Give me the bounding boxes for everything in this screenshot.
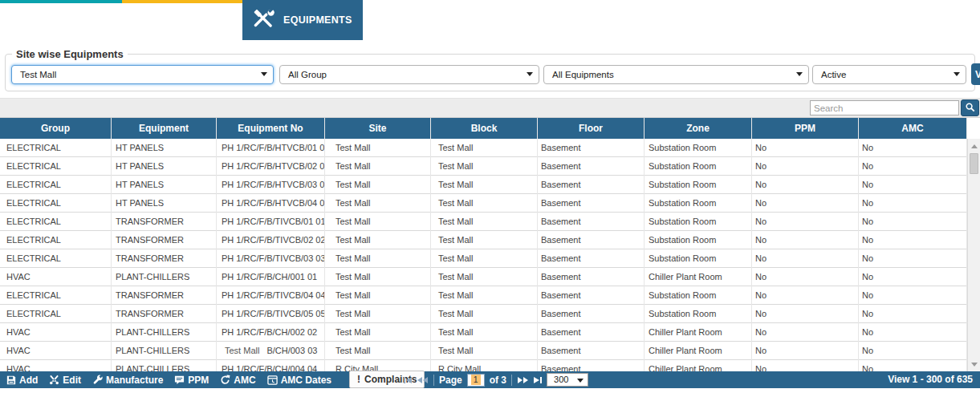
cell-ppm: No	[752, 249, 859, 268]
scrollbar-thumb[interactable]	[970, 153, 978, 174]
cell-ppm: No	[752, 213, 859, 231]
cell-equipment: PLANT-CHILLERS	[112, 360, 217, 371]
site-select[interactable]: Test Mall	[11, 65, 274, 84]
cell-ppm: No	[752, 231, 859, 249]
cell-zone: Chiller Plant Room	[645, 360, 752, 371]
cell-zone: Substation Room	[645, 305, 752, 323]
page-count-label: of 3	[490, 375, 506, 386]
first-page-button[interactable]	[404, 376, 413, 384]
cell-site: Test Mall	[325, 176, 431, 194]
cell-group: ELECTRICAL	[0, 194, 112, 213]
cell-amc: No	[859, 323, 967, 342]
toolbar-edit-button[interactable]: Edit	[49, 375, 81, 386]
cell-tooltip: Test Mall	[222, 342, 266, 359]
cell-floor: Basement	[538, 231, 645, 249]
table-row[interactable]: ELECTRICALHT PANELSPH 1/RC/F/B/HTVCB/04 …	[0, 194, 967, 213]
cell-site: Test Mall	[325, 213, 431, 231]
next-page-button[interactable]	[517, 376, 528, 384]
page-size-select[interactable]: 300	[547, 373, 588, 387]
table-row[interactable]: HVACPLANT-CHILLERSPH 1/RC/F/B/CH/001 01T…	[0, 268, 967, 286]
prev-page-button[interactable]	[417, 376, 429, 384]
accent-bar-teal	[0, 0, 122, 3]
table-row[interactable]: ELECTRICALHT PANELSPH 1/RC/F/B/HTVCB/02 …	[0, 157, 967, 176]
cell-ppm: No	[752, 360, 859, 371]
column-header-ppm[interactable]: PPM	[752, 118, 859, 139]
exclamation-icon: !	[357, 374, 360, 385]
cell-equipment_no: PH 1/RC/F/B/HTVCB/02 0	[217, 157, 325, 176]
equipments-table: GroupEquipmentEquipment NoSiteBlockFloor…	[0, 118, 980, 371]
search-input[interactable]	[810, 100, 959, 115]
table-row[interactable]: HVACPLANT-CHILLERSPH 1/RC/F/B/CH/002 02T…	[0, 323, 967, 342]
cell-group: ELECTRICAL	[0, 213, 112, 231]
cell-zone: Substation Room	[645, 176, 752, 194]
cell-block: Test Mall	[431, 249, 538, 268]
table-row[interactable]: ELECTRICALTRANSFORMERPH 1/RC/F/B/TIVCB/0…	[0, 231, 967, 249]
column-header-zone[interactable]: Zone	[645, 118, 752, 139]
cell-zone: Substation Room	[645, 139, 752, 157]
table-row[interactable]: ELECTRICALTRANSFORMERPH 1/RC/F/B/TIVCB/0…	[0, 305, 967, 323]
toolbar-ppm-button[interactable]: PPM	[174, 375, 209, 386]
column-header-equipment_no[interactable]: Equipment No	[217, 118, 325, 139]
toolbar-amc-button[interactable]: AMC	[220, 375, 255, 386]
table-row[interactable]: ELECTRICALTRANSFORMERPH 1/RC/F/B/TIVCB/0…	[0, 249, 967, 268]
cell-site: Test Mall	[325, 268, 431, 286]
last-page-button[interactable]	[533, 376, 542, 384]
cell-equipment: HT PANELS	[112, 139, 217, 157]
cell-amc: No	[859, 286, 967, 305]
cell-equipment_no: PH 1/RC/F/B/CH/002 02	[217, 323, 325, 342]
status-select[interactable]: Active	[812, 65, 966, 84]
page-number-input[interactable]: 1	[467, 374, 485, 387]
cell-equipment: TRANSFORMER	[112, 213, 217, 231]
cell-amc: No	[859, 305, 967, 323]
cell-amc: No	[859, 194, 967, 213]
scroll-up-button[interactable]	[968, 140, 980, 152]
cell-site: Test Mall	[325, 249, 431, 268]
cell-site: Test Mall	[325, 139, 431, 157]
scissors-icon	[49, 375, 59, 385]
column-header-block[interactable]: Block	[431, 118, 538, 139]
group-select-value: All Group	[288, 70, 327, 79]
toolbar-amc-dates-button[interactable]: AMC Dates	[267, 375, 331, 386]
column-header-equipment[interactable]: Equipment	[112, 118, 217, 139]
cell-floor: Basement	[538, 360, 645, 371]
equipments-select[interactable]: All Equipments	[543, 65, 809, 84]
cell-block: Test Mall	[431, 213, 538, 231]
table-row[interactable]: ELECTRICALTRANSFORMERPH 1/RC/F/B/TIVCB/0…	[0, 213, 967, 231]
cell-group: HVAC	[0, 268, 112, 286]
chevron-down-icon	[954, 72, 960, 76]
column-header-site[interactable]: Site	[325, 118, 431, 139]
column-header-floor[interactable]: Floor	[538, 118, 645, 139]
cell-zone: Substation Room	[645, 213, 752, 231]
cell-site: Test Mall	[325, 194, 431, 213]
cell-ppm: No	[752, 157, 859, 176]
table-row[interactable]: ELECTRICALTRANSFORMERPH 1/RC/F/B/TIVCB/0…	[0, 286, 967, 305]
table-row[interactable]: HVACPLANT-CHILLERSTest MallB/CH/003 03Te…	[0, 342, 967, 360]
cell-equipment_no: PH 1/RC/F/B/TIVCB/02 02	[217, 231, 325, 249]
cell-equipment_no: PH 1/RC/F/B/TIVCB/05 05	[217, 305, 325, 323]
toolbar-action-label: Manufacture	[106, 375, 163, 386]
toolbar-manufacture-button[interactable]: Manufacture	[92, 375, 163, 386]
pager-divider	[511, 375, 512, 386]
page-label: Page	[439, 375, 462, 386]
cell-equipment_no: PH 1/RC/F/B/CH/004 04	[217, 360, 325, 371]
view-button[interactable]: V	[971, 63, 980, 85]
panel-legend: Site wise Equipments	[12, 48, 128, 60]
table-row[interactable]: HVACPLANT-CHILLERSPH 1/RC/F/B/CH/004 04R…	[0, 360, 967, 371]
column-header-amc[interactable]: AMC	[859, 118, 967, 139]
cell-zone: Substation Room	[645, 157, 752, 176]
vertical-scrollbar[interactable]	[967, 139, 980, 371]
cell-equipment_no: PH 1/RC/F/B/TIVCB/01 01	[217, 213, 325, 231]
cell-amc: No	[859, 249, 967, 268]
search-button[interactable]	[961, 99, 979, 116]
table-row[interactable]: ELECTRICALHT PANELSPH 1/RC/F/B/HTVCB/03 …	[0, 176, 967, 194]
toolbar-add-button[interactable]: Add	[6, 375, 38, 386]
group-select[interactable]: All Group	[279, 65, 539, 84]
table-row[interactable]: ELECTRICALHT PANELSPH 1/RC/F/B/HTVCB/01 …	[0, 139, 967, 157]
cell-zone: Substation Room	[645, 286, 752, 305]
scroll-down-button[interactable]	[968, 358, 980, 371]
tab-equipments[interactable]: EQUIPMENTS	[242, 0, 363, 40]
cell-ppm: No	[752, 305, 859, 323]
column-header-group[interactable]: Group	[0, 118, 112, 139]
cell-equipment: TRANSFORMER	[112, 305, 217, 323]
toolbar-action-label: PPM	[188, 375, 209, 386]
